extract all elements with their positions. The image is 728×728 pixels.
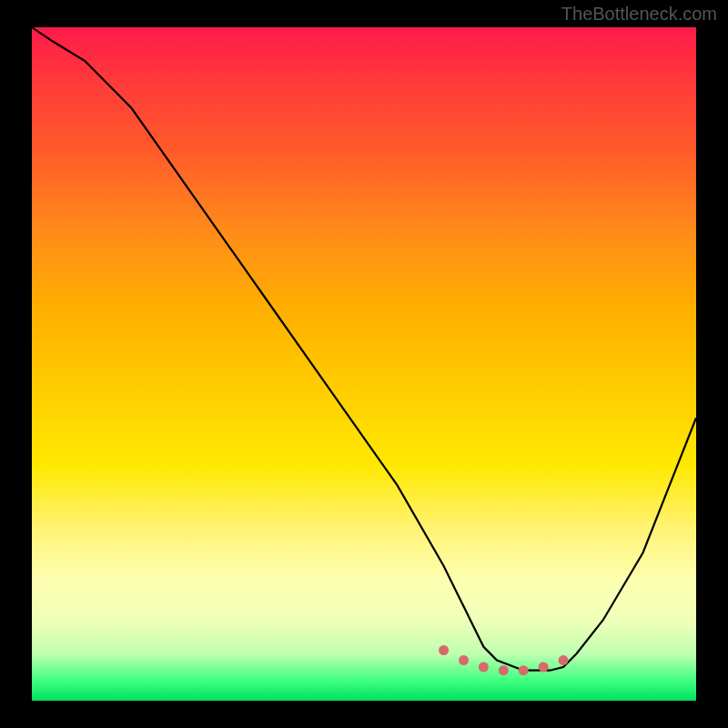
highlight-dot — [439, 645, 449, 655]
watermark-text: TheBottleneck.com — [561, 4, 717, 25]
plot-area — [32, 27, 696, 701]
highlight-dot — [539, 662, 549, 672]
bottleneck-curve — [32, 27, 696, 671]
chart-frame: TheBottleneck.com — [0, 0, 728, 728]
highlight-dot — [479, 662, 489, 672]
highlight-dot — [519, 665, 529, 675]
chart-svg — [32, 27, 696, 701]
highlight-dot — [499, 665, 509, 675]
highlight-dot — [459, 655, 469, 665]
highlight-dot — [559, 655, 569, 665]
